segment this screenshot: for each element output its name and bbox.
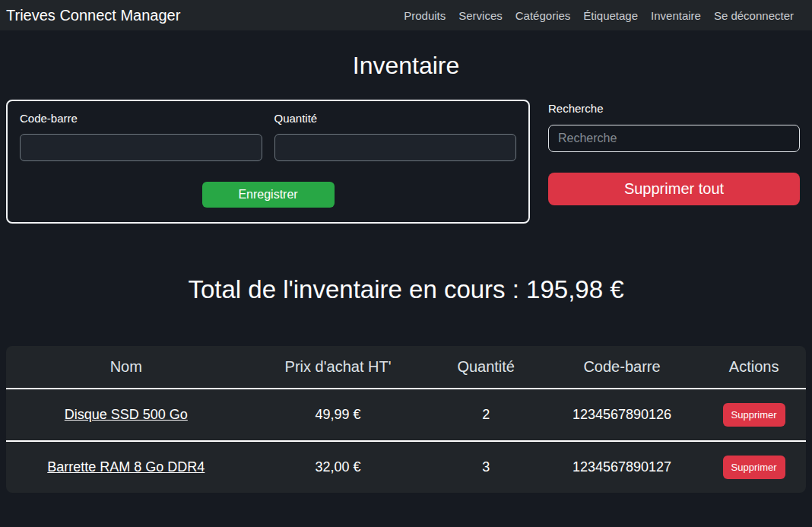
product-link[interactable]: Disque SSD 500 Go	[65, 407, 188, 422]
table-header-row: Nom Prix d'achat HT' Quantité Code-barre…	[6, 346, 806, 389]
search-label: Recherche	[548, 102, 800, 115]
inventory-table: Nom Prix d'achat HT' Quantité Code-barre…	[6, 346, 806, 493]
top-navbar: Trieves Connect Manager Produits Service…	[0, 0, 812, 30]
app-brand[interactable]: Trieves Connect Manager	[6, 7, 180, 24]
cell-price: 32,00 €	[246, 441, 430, 493]
top-content-row: Code-barre Quantité Enregistrer Recherch…	[0, 100, 812, 224]
main-nav: Produits Services Catégories Étiquetage …	[404, 9, 794, 22]
delete-row-button[interactable]: Supprimer	[723, 456, 785, 479]
inventory-entry-form: Code-barre Quantité Enregistrer	[6, 100, 530, 224]
header-quantite: Quantité	[430, 346, 542, 389]
inventory-table-container: Nom Prix d'achat HT' Quantité Code-barre…	[6, 346, 806, 493]
cell-actions: Supprimer	[702, 389, 806, 441]
header-prix: Prix d'achat HT'	[246, 346, 430, 389]
barcode-label: Code-barre	[20, 112, 262, 125]
cell-actions: Supprimer	[702, 441, 806, 493]
inventory-total: Total de l'inventaire en cours : 195,98 …	[0, 275, 812, 304]
quantity-input[interactable]	[274, 134, 517, 161]
search-panel: Recherche Supprimer tout	[548, 100, 800, 205]
page-title: Inventaire	[0, 52, 812, 80]
nav-item-categories[interactable]: Catégories	[515, 9, 571, 22]
cell-quantity: 2	[430, 389, 542, 441]
quantity-field-group: Quantité	[274, 112, 517, 161]
barcode-input[interactable]	[20, 134, 262, 161]
table-row: Barrette RAM 8 Go DDR4 32,00 € 3 1234567…	[6, 441, 806, 493]
barcode-field-group: Code-barre	[20, 112, 262, 161]
cell-barcode: 1234567890126	[542, 389, 702, 441]
header-actions: Actions	[702, 346, 806, 389]
nav-item-inventaire[interactable]: Inventaire	[651, 9, 701, 22]
form-fields-row: Code-barre Quantité	[20, 112, 516, 161]
header-code-barre: Code-barre	[542, 346, 702, 389]
nav-item-etiquetage[interactable]: Étiquetage	[583, 9, 638, 22]
cell-name: Barrette RAM 8 Go DDR4	[6, 441, 246, 493]
delete-row-button[interactable]: Supprimer	[723, 403, 785, 427]
search-input[interactable]	[548, 125, 800, 152]
delete-all-button[interactable]: Supprimer tout	[548, 173, 800, 205]
cell-price: 49,99 €	[246, 389, 430, 441]
nav-item-logout[interactable]: Se déconnecter	[714, 9, 794, 22]
cell-name: Disque SSD 500 Go	[6, 389, 246, 441]
header-nom: Nom	[6, 346, 246, 389]
product-link[interactable]: Barrette RAM 8 Go DDR4	[47, 459, 205, 475]
nav-item-services[interactable]: Services	[458, 9, 503, 22]
nav-item-produits[interactable]: Produits	[404, 9, 446, 22]
save-button[interactable]: Enregistrer	[202, 182, 335, 208]
cell-barcode: 1234567890127	[542, 441, 702, 493]
table-row: Disque SSD 500 Go 49,99 € 2 123456789012…	[6, 389, 806, 441]
form-submit-row: Enregistrer	[20, 182, 516, 208]
cell-quantity: 3	[430, 441, 542, 493]
quantity-label: Quantité	[274, 112, 517, 125]
